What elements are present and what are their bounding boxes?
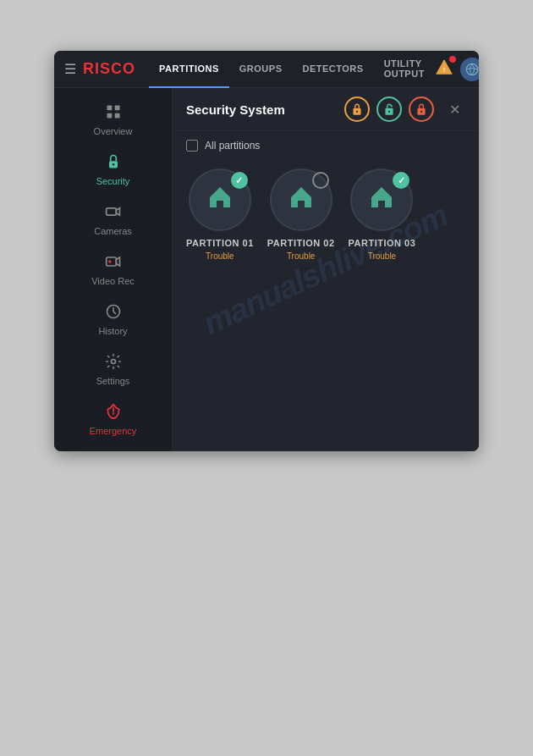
svg-rect-5	[114, 113, 119, 119]
top-bar-left: ☰ RISCO	[64, 60, 135, 78]
svg-rect-3	[114, 106, 119, 111]
partition-circle-02	[270, 168, 332, 231]
security-icon	[105, 153, 122, 173]
top-bar-nav: PARTITIONS GROUPS DETECTORS UTILITY OUTP…	[149, 51, 435, 88]
sidebar-item-overview[interactable]: Overview	[54, 95, 172, 145]
partition-status-02: Trouble	[287, 251, 316, 261]
lock-button-arm[interactable]	[409, 97, 434, 122]
svg-rect-4	[107, 113, 112, 119]
sidebar-item-label-emergency: Emergency	[90, 426, 137, 436]
overview-icon	[105, 103, 122, 123]
main-layout: Overview Security	[54, 88, 479, 451]
app-container: ☰ RISCO PARTITIONS GROUPS DETECTORS UTIL…	[54, 51, 479, 451]
svg-text:!: !	[443, 65, 445, 73]
partition-card-02[interactable]: PARTITION 02 Trouble	[267, 168, 335, 261]
video-rec-icon	[105, 253, 122, 273]
svg-point-7	[112, 163, 114, 166]
partition-name-03: PARTITION 03	[349, 238, 416, 248]
hamburger-icon[interactable]: ☰	[64, 61, 76, 77]
sidebar-item-security[interactable]: Security	[54, 145, 172, 195]
lock-button-disarm[interactable]	[376, 97, 402, 122]
svg-point-18	[420, 111, 422, 113]
partition-house-icon-02	[288, 184, 315, 217]
nav-tab-partitions[interactable]: PARTITIONS	[149, 51, 229, 88]
svg-point-16	[388, 111, 390, 113]
lock-icons	[344, 97, 434, 122]
globe-icon	[465, 63, 479, 76]
content-header: Security System	[173, 88, 479, 131]
close-button[interactable]: ✕	[444, 100, 465, 119]
sidebar-item-emergency[interactable]: Emergency	[54, 395, 172, 444]
all-partitions-checkbox[interactable]	[186, 140, 198, 152]
nav-tab-utility-output[interactable]: UTILITY OUTPUT	[374, 51, 435, 88]
sidebar-item-history[interactable]: History	[54, 295, 172, 345]
sidebar: Overview Security	[54, 88, 173, 451]
lock-button-stay[interactable]	[344, 97, 370, 122]
sidebar-item-label-video-rec: Video Rec	[91, 276, 135, 286]
sidebar-item-label-security: Security	[96, 176, 130, 186]
top-bar: ☰ RISCO PARTITIONS GROUPS DETECTORS UTIL…	[54, 51, 479, 88]
svg-rect-2	[107, 106, 112, 111]
sidebar-item-label-settings: Settings	[96, 376, 130, 386]
partition-status-01: Trouble	[206, 251, 234, 261]
content-area: Security System	[173, 88, 479, 451]
partition-card-03[interactable]: ✓ PARTITION 03 Trouble	[349, 168, 416, 261]
svg-rect-8	[106, 208, 116, 215]
emergency-icon	[105, 403, 122, 422]
sidebar-item-label-history: History	[98, 326, 127, 336]
partition-check-01: ✓	[231, 172, 248, 189]
content-title: Security System	[186, 102, 334, 117]
sidebar-item-video-rec[interactable]: Video Rec	[54, 245, 172, 295]
svg-point-12	[111, 360, 115, 364]
alert-badge	[448, 55, 457, 63]
nav-tab-detectors[interactable]: DETECTORS	[293, 51, 374, 88]
top-bar-right: !	[435, 58, 479, 81]
sidebar-item-cameras[interactable]: Cameras	[54, 195, 172, 245]
history-icon	[105, 303, 122, 323]
partition-circle-01: ✓	[189, 168, 251, 231]
svg-point-10	[108, 260, 111, 262]
partition-house-icon-03	[368, 184, 395, 217]
partition-name-01: PARTITION 01	[186, 238, 254, 248]
settings-globe[interactable]	[460, 58, 479, 81]
cameras-icon	[105, 203, 122, 223]
partition-circle-03: ✓	[350, 168, 413, 231]
sidebar-item-label-cameras: Cameras	[94, 226, 132, 236]
partition-card-01[interactable]: ✓ PARTITION 01 Trouble	[186, 168, 254, 261]
partition-status-03: Trouble	[368, 251, 397, 261]
partition-house-icon-01	[206, 184, 234, 217]
svg-point-14	[356, 111, 358, 113]
partition-name-02: PARTITION 02	[267, 238, 335, 248]
all-partitions-row: All partitions	[173, 131, 479, 160]
nav-tab-groups[interactable]: GROUPS	[229, 51, 293, 88]
risco-logo: RISCO	[83, 60, 135, 78]
sidebar-item-label-overview: Overview	[94, 126, 133, 136]
settings-icon	[105, 353, 122, 372]
svg-point-1	[466, 63, 477, 74]
partition-empty-check-02	[312, 172, 329, 189]
alert-icon-wrap[interactable]: !	[435, 58, 453, 80]
sidebar-item-settings[interactable]: Settings	[54, 345, 172, 395]
partition-check-03: ✓	[393, 172, 409, 189]
all-partitions-label: All partitions	[205, 140, 260, 152]
partitions-grid: ✓ PARTITION 01 Trouble	[173, 160, 479, 278]
